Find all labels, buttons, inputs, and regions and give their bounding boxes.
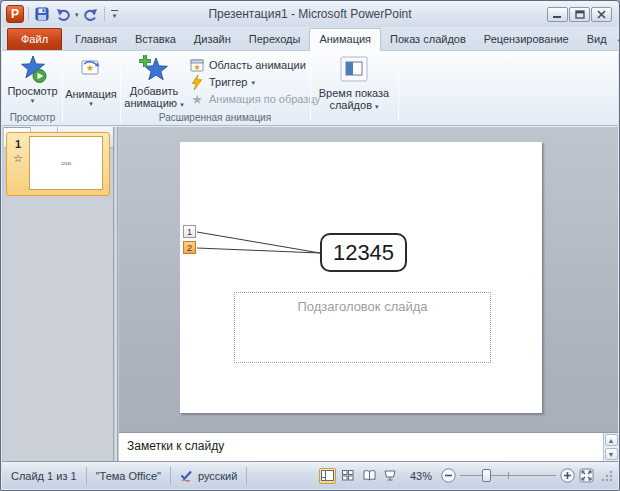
animation-indicator-star-icon[interactable]: ☆ [13, 152, 23, 165]
slide-sorter-view-button[interactable] [340, 468, 357, 484]
scroll-down-icon[interactable]: ▼ [605, 448, 618, 460]
add-animation-icon [137, 53, 171, 85]
slide-indicator[interactable]: Слайд 1 из 1 [2, 467, 87, 485]
status-bar: Слайд 1 из 1 "Тема Office" русский [2, 461, 618, 489]
chevron-down-icon: ▾ [375, 103, 379, 110]
subtitle-placeholder[interactable]: Подзаголовок слайда [234, 292, 491, 363]
notes-scrollbar[interactable]: ▲ ▼ [603, 433, 618, 461]
close-button[interactable] [591, 7, 612, 22]
thumbnail-gutter: 1 ☆ [7, 133, 29, 195]
reading-view-button[interactable] [361, 468, 378, 484]
tab-bar-extras: ? [616, 31, 620, 50]
fit-to-window-button[interactable] [579, 468, 594, 483]
timing-button[interactable]: Время показа слайдов ▾ [311, 56, 397, 111]
language-text: русский [198, 470, 237, 482]
group-label-preview: Просмотр [4, 112, 61, 123]
window-controls [547, 7, 618, 22]
notes-placeholder-text: Заметки к слайду [127, 439, 224, 453]
ribbon-tab-bar: Файл Главная Вставка Дизайн Переходы Ани… [2, 27, 618, 50]
animation-order-tag-1[interactable]: 1 [183, 225, 196, 238]
quick-access-toolbar: P ▾ [2, 5, 121, 23]
normal-view-icon [321, 470, 334, 481]
animation-connector-lines [180, 142, 542, 413]
slide-indicator-text: Слайд 1 из 1 [11, 470, 77, 482]
slides-pane: 1 ☆ 12345 [4, 127, 114, 461]
customize-qat-button[interactable]: ▾ [109, 5, 121, 23]
minimize-icon [553, 10, 562, 19]
normal-view-button[interactable] [319, 468, 336, 484]
resize-grip[interactable] [600, 469, 614, 483]
restore-icon [575, 10, 585, 19]
svg-text:★: ★ [86, 63, 94, 73]
chevron-down-icon: ▾ [180, 101, 184, 108]
preview-button[interactable]: Просмотр ▾ [4, 53, 61, 104]
svg-text:★: ★ [193, 63, 200, 72]
chevron-down-icon: ▾ [251, 79, 255, 86]
tab-insert[interactable]: Вставка [126, 29, 185, 50]
minimize-button[interactable] [547, 7, 568, 22]
animation-order-tag-2[interactable]: 2 [183, 241, 196, 254]
tab-design[interactable]: Дизайн [185, 29, 240, 50]
zoom-out-button[interactable] [441, 468, 456, 483]
group-advanced-animation: Добавить анимацию ▾ ★ Область анимации [121, 51, 309, 125]
slideshow-view-button[interactable] [382, 468, 399, 484]
add-animation-label-line2: анимацию ▾ [124, 97, 183, 109]
notes-pane[interactable]: Заметки к слайду ▲ ▼ [119, 432, 618, 461]
group-preview: Просмотр ▾ Просмотр [4, 51, 61, 125]
tab-transitions[interactable]: Переходы [240, 29, 310, 50]
timing-label-line1: Время показа [319, 87, 389, 99]
undo-icon [56, 8, 71, 21]
undo-button[interactable] [54, 5, 72, 23]
animation-pane-icon: ★ [189, 57, 205, 73]
zoom-slider[interactable] [460, 468, 556, 483]
restore-button[interactable] [569, 7, 590, 22]
animation-pane-button[interactable]: ★ Область анимации [189, 57, 306, 73]
pane-splitter[interactable] [115, 127, 118, 461]
zoom-in-button[interactable] [560, 468, 575, 483]
divider [28, 7, 29, 21]
tab-slideshow[interactable]: Показ слайдов [381, 29, 475, 50]
group-timing: Время показа слайдов ▾ [311, 51, 397, 125]
zoom-level-text[interactable]: 43% [410, 470, 432, 482]
redo-button[interactable] [82, 5, 100, 23]
group-label-advanced-animation: Расширенная анимация [121, 112, 309, 123]
animation-painter-button[interactable]: ★ Анимация по образцу [189, 91, 320, 107]
reading-view-icon [363, 470, 376, 481]
powerpoint-app-icon[interactable]: P [6, 5, 24, 23]
title-bar: P ▾ [2, 1, 618, 27]
divider [398, 54, 399, 122]
tab-view[interactable]: Вид [578, 29, 616, 50]
workspace: 1 ☆ 12345 1 2 12345 П [2, 127, 618, 461]
tab-file[interactable]: Файл [7, 28, 62, 50]
trigger-button[interactable]: Триггер ▾ [189, 74, 255, 90]
preview-button-label: Просмотр [7, 85, 57, 97]
tab-home[interactable]: Главная [66, 29, 126, 50]
tab-animations[interactable]: Анимация [309, 28, 381, 51]
minimize-ribbon-icon[interactable] [616, 35, 620, 43]
preview-star-icon [17, 53, 49, 85]
animation-painter-icon: ★ [189, 91, 205, 107]
trigger-lightning-icon [189, 74, 205, 90]
slide-canvas[interactable]: 1 2 12345 Подзаголовок слайда [180, 142, 542, 413]
slide-thumbnail-1[interactable]: 1 ☆ 12345 [6, 132, 110, 196]
animation-painter-label: Анимация по образцу [209, 93, 320, 105]
slide-textbox[interactable]: 12345 [320, 233, 407, 272]
add-animation-button[interactable]: Добавить анимацию ▾ [123, 53, 185, 109]
save-icon [35, 7, 49, 21]
zoom-slider-thumb[interactable] [482, 469, 491, 482]
group-animation: ★ Анимация ▾ [63, 51, 119, 125]
slideshow-icon [384, 470, 396, 481]
timing-label-line2: слайдов ▾ [329, 99, 378, 111]
animation-button-label: Анимация [65, 88, 117, 100]
thumbnail-slide-image: 12345 [29, 136, 103, 190]
scroll-up-icon[interactable]: ▲ [605, 434, 618, 446]
tab-review[interactable]: Рецензирование [475, 29, 578, 50]
divider [104, 7, 105, 21]
language-indicator[interactable]: русский [171, 467, 247, 485]
animation-gallery-button[interactable]: ★ Анимация ▾ [63, 57, 119, 107]
chevron-down-icon: ▾ [31, 97, 35, 104]
save-button[interactable] [33, 5, 51, 23]
undo-dropdown-icon[interactable]: ▾ [75, 11, 79, 18]
theme-indicator[interactable]: "Тема Office" [87, 467, 171, 485]
timing-icon [339, 56, 369, 83]
